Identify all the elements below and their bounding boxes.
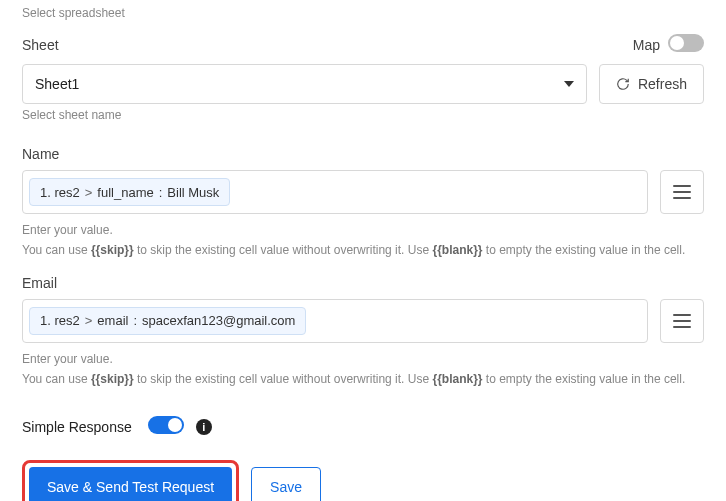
refresh-label: Refresh <box>638 76 687 92</box>
value-token[interactable]: 1. res2>full_name:Bill Musk <box>29 178 230 206</box>
token-separator: > <box>85 313 93 328</box>
save-send-test-button[interactable]: Save & Send Test Request <box>29 467 232 501</box>
refresh-icon <box>616 77 630 91</box>
map-label: Map <box>633 37 660 53</box>
info-icon[interactable]: i <box>196 419 212 435</box>
field-help: Enter your value.You can use {{skip}} to… <box>22 349 704 390</box>
select-spreadsheet-hint: Select spreadsheet <box>22 6 704 20</box>
token-prefix: 1. res2 <box>40 313 80 328</box>
field-input[interactable]: 1. res2>full_name:Bill Musk <box>22 170 648 214</box>
sheet-hint: Select sheet name <box>22 108 587 122</box>
highlight-frame: Save & Send Test Request <box>22 460 239 501</box>
token-value: spacexfan123@gmail.com <box>142 313 295 328</box>
field-menu-button[interactable] <box>660 299 704 343</box>
sheet-select-value: Sheet1 <box>35 76 79 92</box>
chevron-down-icon <box>564 81 574 87</box>
token-key: full_name <box>97 185 153 200</box>
sheet-select[interactable]: Sheet1 <box>22 64 587 104</box>
map-toggle[interactable] <box>668 34 704 56</box>
field-help: Enter your value.You can use {{skip}} to… <box>22 220 704 261</box>
field-menu-button[interactable] <box>660 170 704 214</box>
simple-response-toggle[interactable] <box>148 416 184 438</box>
refresh-button[interactable]: Refresh <box>599 64 704 104</box>
value-token[interactable]: 1. res2>email:spacexfan123@gmail.com <box>29 307 306 335</box>
field-label: Name <box>22 146 704 162</box>
token-separator: > <box>85 185 93 200</box>
field-label: Email <box>22 275 704 291</box>
sheet-label: Sheet <box>22 37 59 53</box>
token-value: Bill Musk <box>167 185 219 200</box>
token-prefix: 1. res2 <box>40 185 80 200</box>
hamburger-icon <box>673 314 691 328</box>
simple-response-label: Simple Response <box>22 419 132 435</box>
token-key: email <box>97 313 128 328</box>
field-input[interactable]: 1. res2>email:spacexfan123@gmail.com <box>22 299 648 343</box>
hamburger-icon <box>673 185 691 199</box>
save-button[interactable]: Save <box>251 467 321 501</box>
